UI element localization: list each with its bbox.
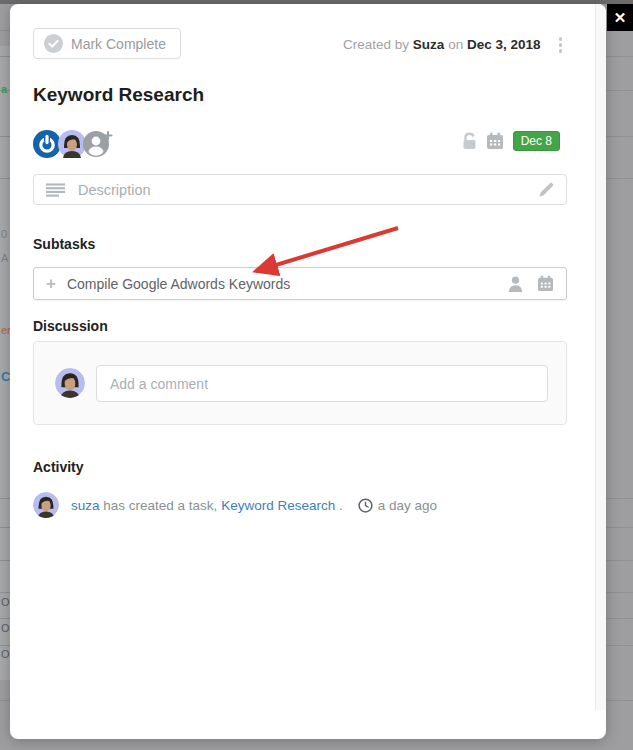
more-options-menu[interactable] [556,34,566,56]
subtask-title-input[interactable] [67,276,508,292]
created-by-text: Created by Suza on Dec 3, 2018 [343,37,540,52]
app-chip[interactable] [33,130,61,158]
activity-user-link[interactable]: suza [71,498,100,513]
close-glyph: ✕ [614,9,627,27]
activity-action: has created a task, [103,498,217,513]
task-detail-modal: Mark Complete Created by Suza on Dec 3, … [10,4,606,739]
assignee-avatar[interactable] [58,130,86,158]
created-by-prefix: Created by [343,37,409,52]
pencil-icon[interactable] [539,182,554,197]
add-user-icon [83,130,113,158]
description-field[interactable]: Description [33,174,567,205]
modal-scrollbar[interactable] [595,4,606,710]
due-date-badge[interactable]: Dec 8 [513,131,560,151]
description-lines-icon [46,183,65,197]
add-assignee-button[interactable] [83,130,111,158]
subtask-calendar-icon[interactable] [537,275,554,292]
activity-timestamp: a day ago [378,498,437,513]
backdrop-text-fragment: A [1,253,8,264]
activity-heading: Activity [33,459,84,475]
unlock-icon[interactable] [462,132,477,150]
backdrop-text-fragment: 0 [1,229,7,240]
created-date: Dec 3, 2018 [467,37,541,52]
add-comment-input[interactable] [96,365,548,402]
subtask-field-icons [508,275,554,292]
mark-complete-button[interactable]: Mark Complete [33,28,181,59]
subtasks-heading: Subtasks [33,236,95,252]
clock-icon [358,498,373,513]
activity-period: . [339,498,343,513]
discussion-panel [33,341,567,425]
assign-person-icon[interactable] [508,276,523,292]
task-meta-row: Dec 8 [462,131,560,151]
add-subtask-field[interactable]: + [33,267,567,300]
discussion-heading: Discussion [33,318,108,334]
plus-icon: + [46,274,56,294]
created-by-row: Created by Suza on Dec 3, 2018 [343,34,565,56]
assignee-row [33,130,108,158]
commenter-avatar [55,368,85,398]
activity-user-avatar [33,492,59,518]
creator-name: Suza [413,37,445,52]
calendar-icon[interactable] [486,132,504,150]
description-placeholder: Description [78,182,539,198]
screen: a 0 A er C OI OI OI Mark Complete Create… [0,0,633,750]
check-circle-icon [44,34,63,53]
backdrop-left-column [0,46,10,680]
activity-task-link[interactable]: Keyword Research [221,498,335,513]
mark-complete-label: Mark Complete [71,36,166,52]
activity-text: suza has created a task, Keyword Researc… [71,498,343,513]
backdrop-text-fragment: a [1,84,7,95]
close-icon[interactable]: ✕ [607,4,633,31]
activity-entry: suza has created a task, Keyword Researc… [33,492,437,518]
user-avatar-icon [58,130,86,158]
created-on-word: on [448,37,463,52]
task-title: Keyword Research [33,84,204,106]
power-icon [33,130,61,158]
backdrop-text-fragment: C [1,371,10,382]
